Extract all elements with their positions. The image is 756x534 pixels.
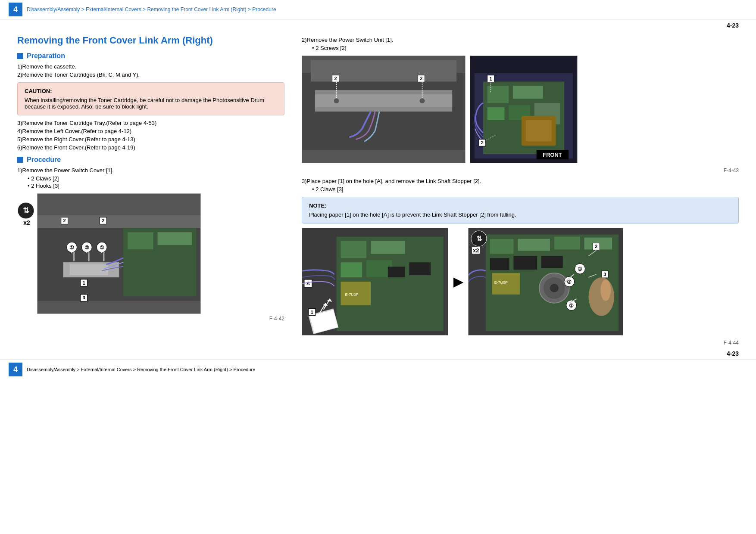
svg-text:E-7U0P: E-7U0P bbox=[494, 280, 508, 285]
svg-rect-48 bbox=[487, 107, 505, 120]
svg-point-111 bbox=[588, 277, 614, 316]
svg-rect-90 bbox=[513, 256, 537, 270]
figure-f4-43-label: F-4-43 bbox=[302, 168, 739, 174]
header-breadcrumb-text: Disassembly/Assembly > External/Internal… bbox=[27, 6, 276, 12]
svg-rect-63 bbox=[341, 241, 366, 258]
svg-rect-85 bbox=[490, 239, 514, 254]
svg-text:2: 2 bbox=[420, 76, 422, 81]
svg-text:2: 2 bbox=[63, 218, 66, 223]
note-title: NOTE: bbox=[309, 202, 731, 209]
svg-text:A: A bbox=[306, 281, 310, 286]
figure-f4-44-right: ⇅ x2 bbox=[468, 228, 623, 335]
x2-label-2: x2 bbox=[472, 247, 480, 254]
note-text: Placing paper [1] on the hole [A] is to … bbox=[309, 211, 731, 218]
note-box: NOTE: Placing paper [1] on the hole [A] … bbox=[302, 197, 739, 224]
prep-step-2: 2)Remove the Toner Cartridges (Bk, C, M … bbox=[17, 71, 284, 78]
svg-rect-6 bbox=[128, 232, 153, 249]
arrow-right-icon: ▶ bbox=[451, 275, 465, 289]
caution-box: CAUTION: When installing/removing the To… bbox=[17, 82, 284, 115]
svg-rect-31 bbox=[302, 73, 465, 150]
blue-square-icon bbox=[17, 53, 23, 59]
svg-rect-47 bbox=[513, 86, 543, 99]
svg-text:1: 1 bbox=[82, 280, 85, 286]
header-badge: 4 bbox=[9, 3, 22, 16]
page-number-bottom: 4-23 bbox=[0, 350, 756, 360]
main-content: Removing the Front Cover Link Arm (Right… bbox=[0, 29, 756, 350]
svg-rect-68 bbox=[388, 267, 405, 277]
prep-step-1: 1)Remove the cassette. bbox=[17, 63, 284, 70]
blue-square-icon-2 bbox=[17, 157, 23, 163]
proc-step-1-bullet-2: 2 Hooks [3] bbox=[28, 183, 284, 189]
prep-step-6: 6)Remove the Front Cover.(Refer to page … bbox=[17, 144, 284, 151]
svg-point-35 bbox=[334, 98, 339, 103]
svg-rect-46 bbox=[487, 86, 509, 103]
svg-text:3: 3 bbox=[82, 295, 85, 300]
f4-43-right-svg: 1 2 FRONT bbox=[470, 56, 577, 163]
svg-rect-64 bbox=[371, 241, 405, 254]
svg-text:2: 2 bbox=[595, 244, 597, 249]
proc-step-2-text: 2)Remove the Power Switch Unit [1]. bbox=[302, 37, 739, 43]
svg-text:E-7U0P: E-7U0P bbox=[345, 292, 358, 297]
figure-f4-44-left: A 1 E-7U0P bbox=[302, 228, 448, 335]
f4-43-left-svg: 2 2 bbox=[302, 56, 465, 163]
caution-title: CAUTION: bbox=[25, 88, 277, 94]
svg-rect-87 bbox=[554, 237, 580, 250]
svg-rect-69 bbox=[409, 262, 431, 275]
proc-step-3-bullet: 2 Claws [3] bbox=[312, 186, 739, 192]
svg-text:①: ① bbox=[569, 303, 574, 309]
x2-label: x2 bbox=[23, 219, 30, 226]
figure-f4-43-right: 1 2 FRONT bbox=[470, 56, 578, 163]
page-title: Removing the Front Cover Link Arm (Right… bbox=[17, 33, 284, 46]
figure-f4-43-row: 2 2 bbox=[302, 56, 739, 163]
prep-step-3: 3)Remove the Toner Cartridge Tray.(Refer… bbox=[17, 120, 284, 126]
figure-f4-42: 2 2 1 3 bbox=[37, 193, 201, 314]
figure-f4-42-container: ⇅ x2 bbox=[17, 193, 284, 322]
svg-rect-7 bbox=[158, 232, 192, 245]
right-column: 2)Remove the Power Switch Unit [1]. 2 Sc… bbox=[302, 33, 739, 346]
f4-42-svg: 2 2 1 3 bbox=[37, 193, 200, 314]
svg-point-95 bbox=[550, 284, 559, 292]
caution-text: When installing/removing the Toner Cartr… bbox=[25, 97, 277, 110]
page-number-top: 4-23 bbox=[0, 19, 756, 29]
svg-text:FRONT: FRONT bbox=[543, 152, 562, 158]
svg-text:2: 2 bbox=[481, 140, 484, 145]
footer-breadcrumb-bar: 4 Disassembly/Assembly > External/Intern… bbox=[0, 360, 756, 379]
proc-step-1-bullet-1: 2 Claws [2] bbox=[28, 175, 284, 182]
figure-f4-42-label: F-4-42 bbox=[17, 316, 284, 322]
svg-rect-91 bbox=[541, 256, 563, 268]
svg-rect-13 bbox=[70, 264, 109, 275]
prep-step-5: 5)Remove the Right Cover.(Refer to page … bbox=[17, 136, 284, 143]
figure-f4-43-left: 2 2 bbox=[302, 56, 465, 163]
preparation-heading: Preparation bbox=[17, 52, 284, 60]
svg-rect-86 bbox=[518, 239, 550, 251]
svg-point-112 bbox=[600, 279, 611, 301]
svg-text:⇅: ⇅ bbox=[476, 235, 482, 242]
svg-text:1: 1 bbox=[490, 76, 492, 81]
figure-f4-44-label: F-4-44 bbox=[302, 340, 739, 346]
svg-text:3: 3 bbox=[603, 272, 606, 277]
svg-text:⇅: ⇅ bbox=[23, 206, 29, 215]
f4-44-right-svg: 2 ① ② ① 3 bbox=[469, 228, 623, 335]
svg-text:2: 2 bbox=[102, 218, 104, 223]
header-breadcrumb-bar: 4 Disassembly/Assembly > External/Intern… bbox=[0, 0, 756, 19]
svg-rect-52 bbox=[526, 120, 552, 142]
footer-breadcrumb-text: Disassembly/Assembly > External/Internal… bbox=[27, 367, 255, 372]
figure-f4-44-row: A 1 E-7U0P bbox=[302, 228, 739, 335]
svg-rect-89 bbox=[490, 258, 509, 270]
svg-point-36 bbox=[420, 98, 425, 103]
procedure-heading: Procedure bbox=[17, 156, 284, 164]
left-column: Removing the Front Cover Link Arm (Right… bbox=[17, 33, 284, 346]
svg-text:2: 2 bbox=[334, 76, 337, 81]
f4-44-left-svg: A 1 E-7U0P bbox=[302, 228, 448, 335]
orient-icon-2: ⇅ bbox=[471, 230, 487, 247]
svg-text:1: 1 bbox=[311, 310, 313, 315]
proc-step-1-text: 1)Remove the Power Switch Cover [1]. bbox=[17, 167, 284, 174]
svg-text:①: ① bbox=[578, 266, 582, 272]
footer-badge: 4 bbox=[9, 363, 22, 376]
orient-icon: ⇅ bbox=[17, 202, 34, 219]
prep-step-4: 4)Remove the Left Cover.(Refer to page 4… bbox=[17, 128, 284, 134]
proc-step-3-text: 3)Place paper [1] on the hole [A], and r… bbox=[302, 178, 739, 184]
svg-rect-65 bbox=[341, 262, 362, 277]
proc-step-2-bullet: 2 Screws [2] bbox=[312, 45, 739, 51]
